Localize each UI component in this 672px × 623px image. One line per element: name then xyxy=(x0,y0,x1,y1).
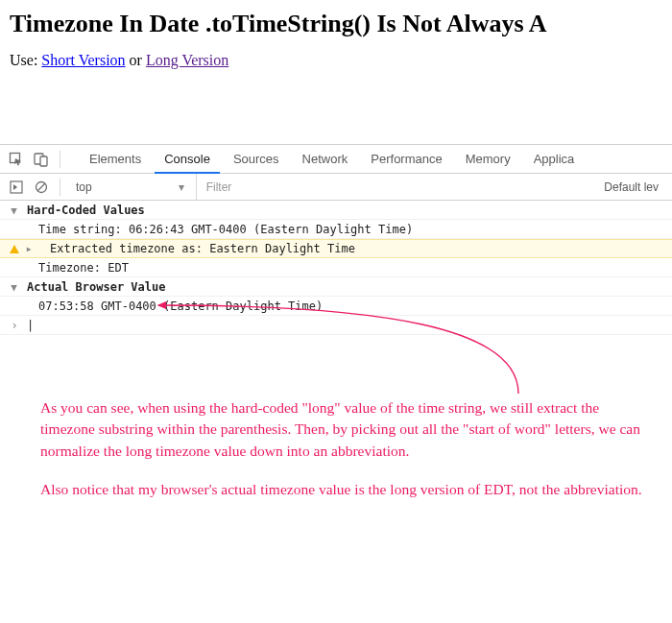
console-group-header[interactable]: ▼ Hard-Coded Values xyxy=(0,201,672,220)
console-log-row: 07:53:58 GMT-0400 (Eastern Daylight Time… xyxy=(0,297,672,316)
chevron-down-icon: ▾ xyxy=(179,180,184,194)
page-title: Timezone In Date .toTimeString() Is Not … xyxy=(10,10,662,38)
caret-right-icon[interactable]: ▸ xyxy=(23,242,35,255)
devtools-topbar: Elements Console Sources Network Perform… xyxy=(0,145,672,174)
caret-down-icon: ▼ xyxy=(6,280,23,294)
annotation-paragraph-1: As you can see, when using the hard-code… xyxy=(40,397,653,462)
annotation-text: As you can see, when using the hard-code… xyxy=(40,397,653,518)
console-message: 07:53:58 GMT-0400 (Eastern Daylight Time… xyxy=(23,300,323,313)
short-version-link[interactable]: Short Version xyxy=(41,52,125,68)
tab-memory[interactable]: Memory xyxy=(454,145,522,173)
clear-console-icon[interactable] xyxy=(31,177,52,198)
divider xyxy=(60,179,60,196)
page-header: Timezone In Date .toTimeString() Is Not … xyxy=(0,0,672,77)
tab-sources[interactable]: Sources xyxy=(222,145,291,173)
console-message: Timezone: EDT xyxy=(23,261,129,275)
sidebar-toggle-icon[interactable] xyxy=(6,177,27,198)
tab-console[interactable]: Console xyxy=(153,145,222,173)
tab-application[interactable]: Applica xyxy=(522,145,587,173)
or-label: or xyxy=(130,52,142,68)
tab-elements[interactable]: Elements xyxy=(78,145,153,173)
console-prompt-row[interactable]: › | xyxy=(0,316,672,335)
console-group-header[interactable]: ▼ Actual Browser Value xyxy=(0,277,672,297)
group-label: Actual Browser Value xyxy=(23,280,166,294)
context-label: top xyxy=(76,180,92,194)
filter-input[interactable] xyxy=(196,174,593,200)
tab-performance[interactable]: Performance xyxy=(359,145,453,173)
context-selector[interactable]: top ▾ xyxy=(68,174,192,200)
use-label: Use: xyxy=(10,52,37,68)
device-toggle-icon[interactable] xyxy=(31,149,52,170)
warning-icon xyxy=(6,245,23,253)
annotation-paragraph-2: Also notice that my browser's actual tim… xyxy=(40,479,653,500)
svg-rect-2 xyxy=(40,156,47,166)
caret-down-icon: ▼ xyxy=(6,204,23,217)
long-version-link[interactable]: Long Version xyxy=(146,52,228,68)
devtools-tabs: Elements Console Sources Network Perform… xyxy=(78,145,586,173)
inspect-icon[interactable] xyxy=(6,149,27,170)
divider xyxy=(60,151,60,168)
console-output: ▼ Hard-Coded Values Time string: 06:26:4… xyxy=(0,201,672,335)
console-warn-row: ▸ Extracted timezone as: Eastern Dayligh… xyxy=(0,239,672,258)
console-input[interactable]: | xyxy=(23,319,34,332)
prompt-chevron-icon: › xyxy=(6,319,23,332)
console-log-row: Time string: 06:26:43 GMT-0400 (Eastern … xyxy=(0,220,672,239)
console-log-row: Timezone: EDT xyxy=(0,258,672,277)
console-message: Time string: 06:26:43 GMT-0400 (Eastern … xyxy=(23,223,413,236)
group-label: Hard-Coded Values xyxy=(23,204,145,217)
log-levels-selector[interactable]: Default lev xyxy=(596,180,666,194)
console-toolbar: top ▾ Default lev xyxy=(0,174,672,201)
tab-network[interactable]: Network xyxy=(291,145,360,173)
console-message: Extracted timezone as: Eastern Daylight … xyxy=(35,242,355,255)
use-line: Use: Short Version or Long Version xyxy=(10,52,662,69)
devtools-panel: Elements Console Sources Network Perform… xyxy=(0,144,672,335)
svg-line-5 xyxy=(37,183,45,191)
